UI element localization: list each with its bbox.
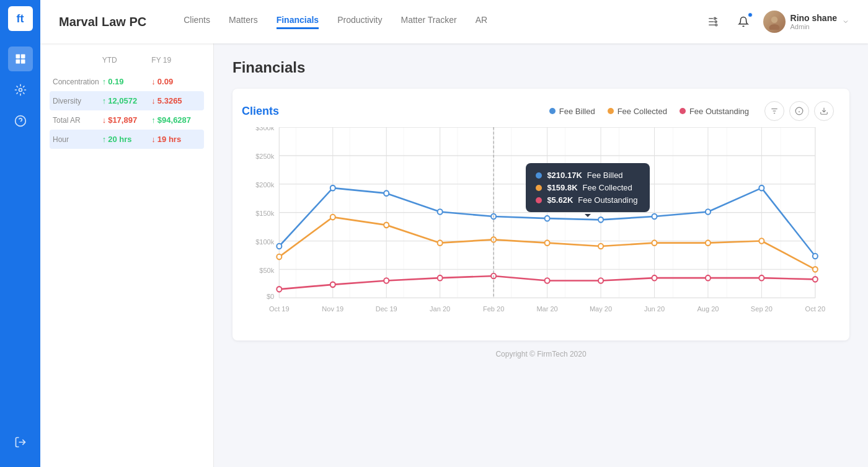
fee-collected-point (384, 223, 389, 228)
tab-ar[interactable]: AR (476, 15, 487, 29)
fee-outstanding-point (813, 277, 818, 282)
copyright: Copyright © FirmTech 2020 (232, 350, 849, 358)
legend-fee-billed: Fee Billed (549, 107, 595, 116)
chart-legend: Fee Billed Fee Collected Fee Outstanding (549, 107, 749, 116)
app-logo[interactable]: ft (8, 6, 33, 31)
user-profile[interactable]: Rino shane Admin (763, 11, 849, 33)
fee-outstanding-point (652, 275, 657, 281)
fee-collected-point (813, 267, 818, 272)
legend-fee-outstanding: Fee Outstanding (680, 107, 749, 116)
fee-collected-point (759, 238, 764, 244)
metric-label-concentration: Concentration (53, 78, 102, 86)
tab-matters[interactable]: Matters (229, 15, 258, 29)
avatar (763, 11, 786, 33)
page-title: Financials (232, 59, 849, 76)
sidebar-nav-dashboard[interactable] (8, 47, 33, 71)
fee-outstanding-point (277, 287, 281, 292)
svg-text:Oct 19: Oct 19 (269, 305, 290, 312)
filter-icon-btn[interactable] (702, 11, 724, 32)
fee-billed-point (652, 214, 657, 220)
svg-rect-1 (20, 55, 25, 59)
metric-label-diversity: Diversity (53, 97, 102, 105)
user-details: Rino shane Admin (790, 13, 837, 30)
sidebar-nav-logout[interactable] (8, 430, 33, 455)
svg-text:Aug 20: Aug 20 (697, 305, 719, 312)
svg-text:Jan 20: Jan 20 (430, 305, 450, 312)
fee-billed-point (277, 244, 281, 249)
tab-matter-tracker[interactable]: Matter Tracker (401, 15, 456, 29)
metric-fy-concentration: 0.09 (151, 77, 201, 86)
fee-collected-dot (608, 108, 614, 114)
metrics-col-fy: FY 19 (151, 56, 201, 64)
metric-row-hour: Hour 20 hrs 19 hrs (50, 130, 204, 149)
metrics-col-blank (53, 56, 102, 64)
fee-outstanding-point (330, 282, 335, 288)
fee-billed-point (545, 216, 550, 221)
metric-row-concentration: Concentration 0.19 0.09 (50, 72, 204, 91)
arrow-down-icon (102, 115, 107, 125)
svg-text:$0: $0 (267, 293, 274, 300)
info-btn[interactable] (789, 101, 809, 121)
metrics-header: YTD FY 19 (50, 56, 204, 64)
header-right: Rino shane Admin (702, 11, 849, 33)
svg-text:Feb 20: Feb 20 (483, 305, 504, 312)
svg-text:Dec 19: Dec 19 (376, 305, 397, 312)
svg-text:$250k: $250k (255, 153, 274, 160)
fee-billed-point (759, 185, 764, 191)
fee-collected-point (545, 240, 550, 246)
download-btn[interactable] (814, 101, 834, 121)
metrics-col-ytd: YTD (102, 56, 152, 64)
metric-row-diversity: Diversity 12,0572 5.3265 (50, 91, 204, 110)
svg-text:$50k: $50k (259, 266, 274, 274)
sidebar-nav-settings[interactable] (8, 78, 33, 102)
metric-fy-diversity: 5.3265 (151, 96, 201, 105)
line-chart: $300k $250k $200k $150k $100k $50k $0 (242, 127, 834, 326)
svg-text:$200k: $200k (255, 181, 274, 189)
user-role: Admin (790, 23, 837, 30)
fee-billed-point (706, 209, 711, 215)
sidebar-nav-help[interactable] (8, 109, 33, 133)
fee-billed-point (330, 185, 335, 191)
arrow-up-icon (102, 96, 107, 105)
arrow-up-icon (102, 77, 107, 86)
tab-productivity[interactable]: Productivity (337, 15, 382, 29)
svg-point-8 (715, 24, 717, 26)
arrow-down-icon (151, 96, 156, 105)
icon-bar: ft (0, 0, 40, 467)
fee-outstanding-point (545, 278, 550, 283)
app-title: Marval Law PC (59, 15, 146, 29)
notification-badge (748, 12, 753, 17)
fee-collected-point (652, 240, 657, 246)
svg-rect-3 (20, 60, 25, 64)
chart-actions (764, 101, 834, 121)
metric-ytd-diversity: 12,0572 (102, 96, 152, 105)
svg-text:Nov 19: Nov 19 (322, 305, 343, 312)
fee-billed-label: Fee Billed (559, 107, 595, 116)
nav-tabs: Clients Matters Financials Productivity … (184, 15, 702, 29)
notifications-btn[interactable] (733, 11, 754, 32)
fee-billed-point (598, 217, 603, 223)
tab-financials[interactable]: Financials (277, 15, 319, 29)
svg-rect-2 (16, 60, 20, 64)
svg-text:Sep 20: Sep 20 (751, 305, 773, 312)
metric-row-total-ar: Total AR $17,897 $94,6287 (50, 110, 204, 130)
fee-outstanding-point (598, 278, 603, 283)
arrow-up-icon (151, 115, 156, 125)
metric-label-total-ar: Total AR (53, 116, 102, 125)
sidebar-metrics: YTD FY 19 Concentration 0.19 0.09 Divers… (40, 43, 214, 467)
metric-label-hour: Hour (53, 135, 102, 144)
filter-btn[interactable] (764, 101, 784, 121)
metric-ytd-hour: 20 hrs (102, 135, 152, 144)
svg-point-4 (19, 89, 22, 92)
tab-clients[interactable]: Clients (184, 15, 210, 29)
svg-text:$300k: $300k (255, 127, 274, 131)
svg-point-10 (769, 24, 779, 30)
fee-billed-point (438, 209, 443, 215)
chart-title: Clients (242, 105, 279, 118)
arrow-down-icon (151, 77, 156, 86)
fee-outstanding-point (759, 275, 764, 281)
chevron-down-icon (842, 18, 849, 25)
fee-outstanding-dot (680, 108, 686, 114)
fee-billed-point (384, 190, 389, 196)
arrow-up-icon (102, 135, 107, 144)
